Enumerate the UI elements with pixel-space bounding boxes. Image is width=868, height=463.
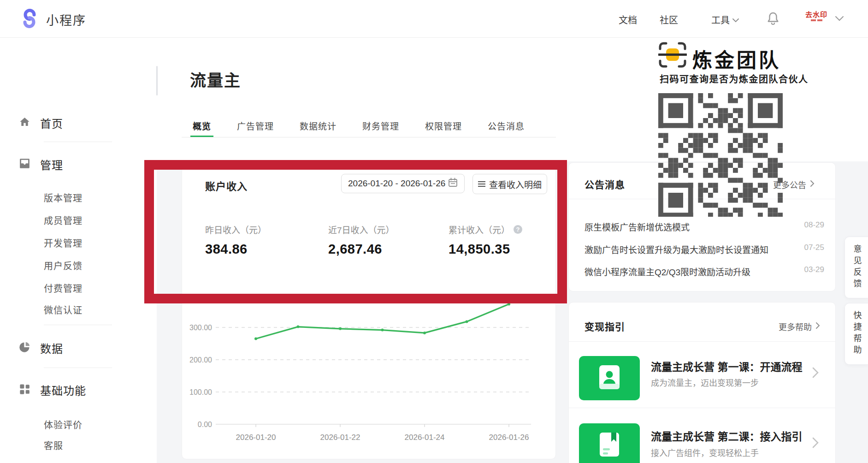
nav-docs[interactable]: 文档 <box>619 13 637 26</box>
scan-frame-icon <box>658 42 687 70</box>
sidebar-item-members[interactable]: 成员管理 <box>44 214 83 227</box>
svg-text:100.00: 100.00 <box>189 388 212 396</box>
sidebar-item-verify[interactable]: 微信认证 <box>44 303 83 316</box>
income-card-title: 账户收入 <box>205 178 248 193</box>
miniprogram-logo[interactable]: 小程序 <box>19 8 86 30</box>
svg-text:200.00: 200.00 <box>189 356 212 364</box>
chevron-right-icon <box>815 322 820 332</box>
quick-help-side-tab[interactable]: 快捷帮助 <box>844 303 868 365</box>
svg-text:0.00: 0.00 <box>198 421 212 428</box>
sidebar-manage-label: 管理 <box>40 156 63 172</box>
notice-row[interactable]: 原生模板广告新增优选模式 08-29 <box>585 220 824 233</box>
nav-tools[interactable]: 工具 <box>711 13 739 26</box>
notice-row[interactable]: 激励广告时长设置升级为最大激励时长设置通知 07-25 <box>585 243 824 255</box>
sidebar-divider <box>44 142 112 142</box>
feedback-side-tab[interactable]: 意见反馈 <box>844 237 868 298</box>
sidebar-item-feedback[interactable]: 用户反馈 <box>44 259 83 272</box>
list-icon <box>478 180 485 188</box>
watermark-stamp-text: 去水印 <box>805 11 827 18</box>
sidebar-item-version[interactable]: 版本管理 <box>44 191 83 204</box>
brand-tagline: 扫码可查询是否为炼金团队合伙人 <box>660 72 809 85</box>
scrollbar-thumb[interactable] <box>156 66 158 95</box>
tab-stats[interactable]: 数据统计 <box>300 113 337 137</box>
notice-card-title: 公告消息 <box>585 177 625 191</box>
notice-date: 03-29 <box>804 265 824 278</box>
sidebar-divider <box>44 325 112 325</box>
logo-text: 小程序 <box>46 11 86 29</box>
more-help-label: 更多帮助 <box>779 321 812 332</box>
stat-7day-value: 2,687.46 <box>328 242 395 257</box>
brand-name: 炼金团队 <box>692 44 781 73</box>
guide-header-divider <box>568 341 836 342</box>
sidebar-item-review[interactable]: 体验评价 <box>44 418 83 431</box>
guide-item-divider <box>568 408 836 408</box>
chevron-right-icon <box>810 180 815 190</box>
course-subtitle: 接入广告组件，变现轻松上手 <box>651 446 759 458</box>
sidebar-item-manage[interactable]: 管理 <box>18 156 63 172</box>
help-icon[interactable]: ? <box>514 225 522 234</box>
stat-yesterday: 昨日收入（元） 384.86 <box>205 223 266 257</box>
tab-bar: 概览 广告管理 数据统计 财务管理 权限管理 公告消息 <box>193 113 525 137</box>
svg-text:2026-01-24: 2026-01-24 <box>405 433 445 442</box>
calendar-icon <box>448 178 458 190</box>
nav-tools-label: 工具 <box>711 13 730 26</box>
stat-total: 累计收入（元） ? 14,850.35 <box>449 223 522 257</box>
svg-text:300.00: 300.00 <box>189 324 212 332</box>
sidebar-item-payment[interactable]: 付费管理 <box>44 281 83 295</box>
notice-row[interactable]: 微信小程序流量主Q2/Q3限时激励活动升级 03-29 <box>585 265 824 278</box>
notice-text: 激励广告时长设置升级为最大激励时长设置通知 <box>585 243 768 255</box>
tab-permission[interactable]: 权限管理 <box>425 113 462 137</box>
course-title[interactable]: 流量主成长营 第二课：接入指引 <box>651 428 802 444</box>
date-range-picker[interactable]: 2026-01-20 - 2026-01-26 <box>341 174 465 193</box>
stat-7day-label: 近7日收入（元） <box>328 223 395 236</box>
account-chevron-down-icon[interactable] <box>835 15 844 23</box>
notification-bell-icon[interactable] <box>767 12 779 27</box>
sidebar-item-home[interactable]: 首页 <box>18 115 63 131</box>
course-subtitle: 成为流量主，迈出变现第一步 <box>651 376 759 388</box>
tab-bar-divider <box>182 137 556 137</box>
notice-date: 07-25 <box>804 243 824 255</box>
course-title[interactable]: 流量主成长营 第一课：开通流程 <box>651 358 802 374</box>
guide-card-title: 变现指引 <box>585 319 625 333</box>
more-help-link[interactable]: 更多帮助 <box>779 321 820 332</box>
pie-icon <box>18 341 31 355</box>
sidebar-item-basic[interactable]: 基础功能 <box>18 382 86 398</box>
person-card-icon <box>597 363 621 393</box>
top-bar: 小程序 文档 社区 工具 去水印 <box>0 0 868 38</box>
tab-ads[interactable]: 广告管理 <box>237 113 274 137</box>
book-icon <box>597 431 621 460</box>
qr-code <box>658 93 783 217</box>
notice-text: 原生模板广告新增优选模式 <box>585 220 690 233</box>
quick-help-side-tab-label: 快捷帮助 <box>851 311 863 357</box>
date-range-value: 2026-01-20 - 2026-01-26 <box>348 178 445 189</box>
course-thumbnail[interactable] <box>579 423 640 463</box>
course-thumbnail[interactable] <box>579 356 640 400</box>
view-income-detail-button[interactable]: 查看收入明细 <box>472 174 547 194</box>
sidebar-item-dev[interactable]: 开发管理 <box>44 236 83 249</box>
sidebar-basic-label: 基础功能 <box>40 382 86 398</box>
tab-notice[interactable]: 公告消息 <box>488 113 525 137</box>
stat-total-value: 14,850.35 <box>449 242 522 257</box>
notice-text: 微信小程序流量主Q2/Q3限时激励活动升级 <box>585 265 750 278</box>
page-title: 流量主 <box>190 67 241 91</box>
nav-community[interactable]: 社区 <box>660 13 678 26</box>
nav-community-label: 社区 <box>660 13 678 26</box>
sidebar-item-data[interactable]: 数据 <box>18 340 63 356</box>
app-root: 小程序 文档 社区 工具 去水印 <box>0 0 868 463</box>
svg-text:2026-01-22: 2026-01-22 <box>320 433 360 442</box>
feedback-side-tab-label: 意见反馈 <box>851 244 863 291</box>
chevron-right-icon[interactable] <box>812 367 819 380</box>
sidebar-data-label: 数据 <box>40 340 63 356</box>
tab-overview[interactable]: 概览 <box>193 113 211 137</box>
tab-finance[interactable]: 财务管理 <box>362 113 399 137</box>
chevron-down-icon <box>732 14 739 25</box>
sidebar: 首页 管理 版本管理 成员管理 开发管理 用户反馈 付费管理 微信认证 <box>0 37 157 463</box>
chevron-right-icon[interactable] <box>812 437 819 450</box>
sidebar-item-service[interactable]: 客服 <box>44 439 63 452</box>
svg-text:2026-01-20: 2026-01-20 <box>236 433 276 442</box>
stat-7day: 近7日收入（元） 2,687.46 <box>328 223 395 257</box>
income-line-chart: 0.00100.00200.00300.002026-01-202026-01-… <box>182 291 556 457</box>
watermark-stamp-subtext <box>805 19 827 21</box>
notice-date: 08-29 <box>804 220 824 233</box>
grid-icon <box>18 383 31 397</box>
